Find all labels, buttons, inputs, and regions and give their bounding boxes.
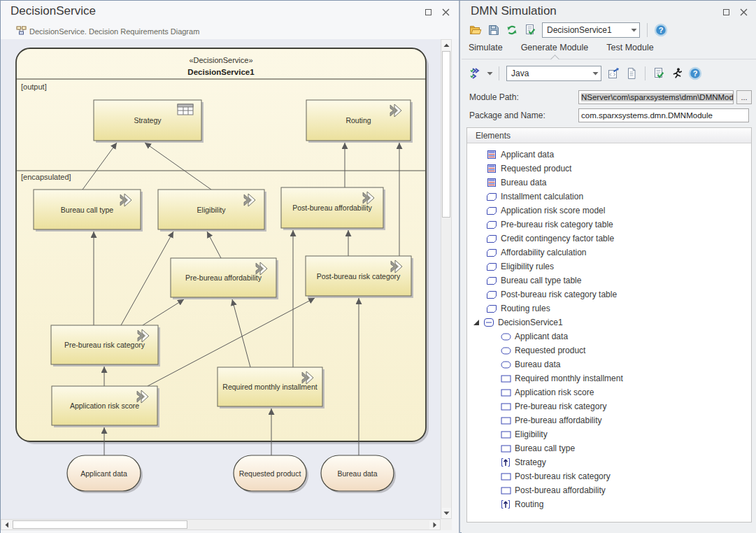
- tree-item-eligibility-rules[interactable]: Eligibility rules: [467, 260, 751, 273]
- tree-item-installment-calculation[interactable]: Installment calculation: [467, 190, 751, 204]
- bkm-element-icon: [485, 262, 498, 271]
- decision-node-post-bureau-affordability[interactable]: Post-bureau affordability: [281, 187, 385, 230]
- tree-item-eligibility[interactable]: Eligibility: [467, 427, 751, 441]
- module-path-row: Module Path: NServer\com\sparxsystems\dm…: [469, 90, 752, 104]
- tab-generate-module[interactable]: Generate Module: [521, 43, 589, 52]
- decision-node-strategy[interactable]: Strategy: [94, 100, 204, 143]
- decision-node-application-risk-score[interactable]: Application risk score: [52, 386, 159, 427]
- tree-item-applicant-data[interactable]: Applicant data: [467, 329, 751, 343]
- container-stereotype: «DecisionService»: [189, 56, 252, 64]
- tree-item-bureau-data[interactable]: Bureau data: [467, 176, 751, 190]
- tree-item-post-bureau-affordability[interactable]: Post-bureau affordability: [467, 483, 751, 497]
- svg-text:?: ?: [659, 26, 664, 34]
- node-label: Applicant data: [80, 469, 127, 478]
- maximize-icon[interactable]: [424, 8, 433, 17]
- decision-node-bureau-call-type[interactable]: Bureau call type: [34, 190, 143, 232]
- chevron-down-icon[interactable]: [590, 66, 601, 80]
- language-combo[interactable]: Java: [506, 66, 601, 81]
- package-name-input[interactable]: com.sparxsystems.dmn.DMNModule: [578, 108, 749, 122]
- save-icon[interactable]: [485, 22, 502, 38]
- tree-item-bureau-data[interactable]: Bureau data: [467, 357, 751, 371]
- dmn-simulation-panel: DMN Simulation DecisionService1? Simulat…: [462, 1, 756, 533]
- window-title: DecisionService: [10, 4, 96, 18]
- node-label: Post-bureau affordability: [292, 204, 372, 212]
- expander-icon[interactable]: [473, 319, 481, 326]
- tab-simulate[interactable]: Simulate: [469, 43, 503, 52]
- scroll-right-icon[interactable]: [429, 520, 440, 530]
- tree-item-pre-bureau-risk-category-table[interactable]: Pre-bureau risk category table: [467, 218, 751, 232]
- package-name-label: Package and Name:: [469, 111, 578, 120]
- rectref-element-icon: [499, 445, 512, 453]
- tree-item-required-monthly-installment[interactable]: Required monthly installment: [467, 371, 751, 385]
- module-path-input[interactable]: NServer\com\sparxsystems\dmn\DMNModule.j…: [578, 90, 734, 104]
- tree-item-application-risk-score-model[interactable]: Application risk score model: [467, 204, 751, 218]
- decision-service-combo[interactable]: DecisionService1: [542, 22, 640, 38]
- decision-node-required-monthly-installment[interactable]: Required monthly installment: [217, 367, 324, 408]
- validate-module-icon[interactable]: [650, 65, 667, 82]
- help-icon[interactable]: ?: [652, 22, 669, 38]
- decision-node-eligibility[interactable]: Eligibility: [158, 190, 266, 232]
- decision-node-post-bureau-risk-category[interactable]: Post-bureau risk category: [306, 256, 413, 298]
- view-code-icon[interactable]: [605, 65, 622, 82]
- active-tab-notch: [550, 55, 559, 64]
- diagram-window: DecisionService DecisionService. Decisio: [1, 1, 460, 533]
- maximize-icon[interactable]: [722, 8, 731, 17]
- horizontal-scrollbar[interactable]: [1, 519, 441, 530]
- tree-item-requested-product[interactable]: Requested product: [467, 343, 751, 357]
- scroll-left-icon[interactable]: [1, 520, 12, 530]
- generate-scripts-icon[interactable]: [467, 65, 484, 82]
- diagram-canvas[interactable]: «DecisionService»DecisionService1[output…: [1, 39, 441, 519]
- tree-item-bureau-call-type[interactable]: Bureau call type: [467, 441, 751, 455]
- chevron-down-icon[interactable]: [628, 23, 639, 37]
- tree-item-applicant-data[interactable]: Applicant data: [467, 148, 751, 162]
- tree-item-strategy[interactable]: Strategy: [467, 455, 751, 469]
- tree-item-routing-rules[interactable]: Routing rules: [467, 301, 751, 315]
- tree-item-requested-product[interactable]: Requested product: [467, 162, 751, 176]
- close-icon[interactable]: [739, 8, 748, 17]
- tree-item-post-bureau-risk-category-table[interactable]: Post-bureau risk category table: [467, 287, 751, 301]
- decision-node-pre-bureau-affordability[interactable]: Pre-bureau affordability: [171, 258, 278, 299]
- tree-item-label: Post-bureau risk category table: [501, 290, 617, 299]
- tree-item-routing[interactable]: Routing: [467, 497, 751, 511]
- close-icon[interactable]: [441, 8, 450, 17]
- decision-node-pre-bureau-risk-category[interactable]: Pre-bureau risk category: [51, 325, 160, 367]
- browse-button[interactable]: ...: [736, 90, 752, 104]
- tree-item-pre-bureau-risk-category[interactable]: Pre-bureau risk category: [467, 399, 751, 413]
- validate-module-icon[interactable]: [522, 22, 539, 38]
- input-data-node-applicant-data[interactable]: Applicant data: [67, 455, 143, 493]
- container-name: DecisionService1: [187, 68, 255, 76]
- elements-panel: Elements Applicant dataRequested product…: [466, 127, 752, 523]
- document-icon[interactable]: [623, 65, 640, 82]
- node-label: Post-bureau risk category: [317, 272, 401, 280]
- run-icon[interactable]: [669, 65, 685, 82]
- scroll-down-icon[interactable]: [442, 508, 451, 518]
- tree-item-affordability-calculation[interactable]: Affordability calculation: [467, 246, 751, 260]
- package-name-value: com.sparxsystems.dmn.DMNModule: [581, 111, 713, 120]
- simulation-toolbar: DecisionService1?: [467, 22, 669, 38]
- tree-item-decisionservice1[interactable]: DecisionService1: [467, 315, 751, 329]
- vertical-scrollbar[interactable]: [441, 39, 452, 519]
- open-folder-icon[interactable]: [467, 22, 484, 38]
- input-data-node-bureau-data[interactable]: Bureau data: [321, 455, 396, 493]
- vertical-scroll-thumb[interactable]: [442, 51, 450, 218]
- tree-item-label: Required monthly installment: [515, 374, 623, 383]
- scroll-up-icon[interactable]: [442, 40, 451, 50]
- tree-item-bureau-call-type-table[interactable]: Bureau call type table: [467, 273, 751, 287]
- node-label: Requested product: [239, 469, 301, 478]
- generate-toolbar: Java?: [467, 65, 704, 82]
- input-data-node-requested-product[interactable]: Requested product: [234, 455, 308, 493]
- tree-item-credit-contingency-factor-table[interactable]: Credit contingency factor table: [467, 232, 751, 246]
- encapsulated-compartment-label: [encapsulated]: [21, 173, 71, 181]
- data-element-icon: [485, 164, 498, 173]
- dropdown-caret-icon[interactable]: [485, 65, 494, 82]
- horizontal-scroll-thumb[interactable]: [13, 520, 187, 529]
- tree-item-pre-bureau-affordability[interactable]: Pre-bureau affordability: [467, 413, 751, 427]
- bkm-element-icon: [485, 234, 498, 243]
- tree-item-application-risk-score[interactable]: Application risk score: [467, 385, 751, 399]
- refresh-icon[interactable]: [504, 22, 520, 38]
- decision-node-routing[interactable]: Routing: [306, 100, 413, 143]
- help-icon[interactable]: ?: [687, 65, 704, 82]
- bkm-element-icon: [485, 276, 498, 285]
- tab-test-module[interactable]: Test Module: [606, 43, 653, 52]
- tree-item-post-bureau-risk-category[interactable]: Post-bureau risk category: [467, 469, 751, 483]
